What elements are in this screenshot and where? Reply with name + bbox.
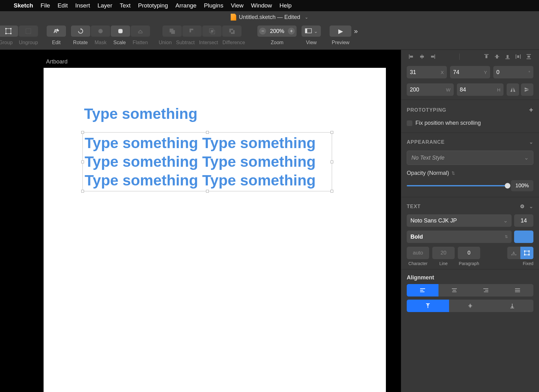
menu-text[interactable]: Text (120, 2, 131, 9)
zoom-in-button[interactable]: + (288, 28, 295, 35)
line-spacing-field[interactable]: 20 (432, 247, 455, 259)
svg-rect-35 (517, 55, 519, 58)
zoom-out-button[interactable]: − (259, 28, 266, 35)
distribute-h-icon[interactable] (513, 53, 523, 60)
distribute-v-icon[interactable] (524, 53, 533, 60)
font-family-select[interactable]: Noto Sans CJK JP ⌄ (407, 214, 512, 227)
text-settings-gear-icon[interactable]: ⚙ (520, 203, 525, 209)
font-size-field[interactable]: 14 (514, 214, 533, 227)
y-field[interactable]: Y (450, 66, 490, 78)
svg-rect-41 (525, 251, 529, 255)
menu-plugins[interactable]: Plugins (204, 2, 223, 9)
group-button[interactable] (0, 26, 18, 37)
text-style-select[interactable]: No Text Style ⌄ (407, 151, 533, 165)
align-top-icon[interactable] (482, 53, 491, 60)
scale-button[interactable] (111, 26, 130, 37)
menu-arrange[interactable]: Arrange (176, 2, 197, 9)
intersect-button[interactable] (202, 26, 222, 37)
text-section-chevron-icon[interactable]: ⌄ (529, 203, 533, 209)
union-label: Union (159, 40, 172, 45)
text-fixed-button[interactable] (520, 247, 533, 259)
selection-handle[interactable] (330, 161, 333, 163)
text-valign-bottom-button[interactable] (491, 300, 533, 312)
rotation-field[interactable]: ° (493, 66, 533, 78)
opacity-slider[interactable] (407, 185, 508, 186)
opacity-slider-thumb[interactable] (505, 183, 510, 189)
width-field[interactable]: W (407, 83, 454, 96)
menu-view[interactable]: View (231, 2, 244, 9)
menu-layer[interactable]: Layer (97, 2, 112, 9)
selection-handle[interactable] (330, 131, 333, 134)
svg-rect-20 (305, 29, 307, 33)
subtract-button[interactable] (182, 26, 202, 37)
align-middle-icon[interactable] (492, 53, 502, 60)
align-right-icon[interactable] (428, 53, 437, 60)
app-menu[interactable]: Sketch (14, 2, 33, 9)
menu-help[interactable]: Help (279, 2, 292, 9)
artboard[interactable]: Type something Type something Type somet… (44, 68, 386, 392)
align-left-icon[interactable] (407, 53, 416, 60)
opacity-stepper-icon[interactable]: ⇅ (452, 171, 455, 175)
selection-handle[interactable] (81, 161, 84, 163)
text-color-swatch[interactable] (514, 231, 533, 243)
text-auto-width-button[interactable]: A (507, 247, 520, 259)
selection-handle[interactable] (81, 131, 84, 134)
text-layer-2-content[interactable]: Type something Type something Type somet… (85, 134, 330, 190)
character-spacing-field[interactable]: auto (407, 247, 429, 259)
x-field[interactable]: X (407, 66, 447, 78)
flip-vertical-button[interactable] (521, 83, 533, 96)
menu-file[interactable]: File (40, 2, 50, 9)
chevron-down-icon[interactable]: ⌄ (305, 15, 308, 20)
rotate-button[interactable] (71, 26, 90, 37)
appearance-chevron-icon[interactable]: ⌄ (529, 139, 533, 145)
text-layer-1[interactable]: Type something (84, 105, 197, 122)
text-align-left-button[interactable] (407, 284, 438, 296)
difference-button[interactable] (222, 26, 241, 37)
selection-handle[interactable] (206, 190, 209, 193)
align-center-h-icon[interactable] (417, 53, 427, 60)
svg-rect-38 (527, 56, 530, 58)
toolbar-overflow-icon[interactable]: » (354, 27, 358, 35)
canvas[interactable]: Artboard Type something Type something T… (0, 50, 401, 392)
menu-prototyping[interactable]: Prototyping (138, 2, 168, 9)
text-layer-2-selected[interactable]: Type something Type something Type somet… (82, 132, 332, 191)
menu-insert[interactable]: Insert (75, 2, 90, 9)
mask-button[interactable] (91, 26, 110, 37)
paragraph-spacing-field[interactable]: 0 (458, 247, 480, 259)
svg-rect-4 (10, 33, 12, 34)
preview-button[interactable]: ▶ (330, 26, 351, 37)
text-valign-middle-button[interactable] (449, 300, 491, 312)
align-bottom-icon[interactable] (503, 53, 512, 60)
x-input[interactable] (410, 69, 425, 76)
height-input[interactable] (460, 86, 476, 93)
group-label: Group (0, 40, 13, 45)
edit-label: Edit (52, 40, 61, 45)
view-button[interactable]: ⌄ (302, 26, 321, 37)
font-weight-select[interactable]: Bold ⇅ (407, 231, 512, 243)
selection-handle[interactable] (81, 190, 84, 193)
height-field[interactable]: H (457, 83, 504, 96)
flip-horizontal-button[interactable] (507, 83, 519, 96)
rotation-input[interactable] (496, 69, 512, 76)
flatten-button[interactable] (131, 26, 150, 37)
ungroup-button[interactable] (19, 26, 38, 37)
artboard-label[interactable]: Artboard (46, 58, 68, 65)
edit-button[interactable]: A (47, 26, 66, 37)
fix-position-checkbox[interactable] (407, 120, 412, 126)
text-align-right-button[interactable] (470, 284, 502, 296)
text-align-center-button[interactable] (438, 284, 470, 296)
y-input[interactable] (453, 69, 469, 76)
zoom-value[interactable]: 200% (269, 28, 285, 35)
text-align-justify-button[interactable] (502, 284, 533, 296)
menu-edit[interactable]: Edit (58, 2, 68, 9)
menu-window[interactable]: Window (251, 2, 272, 9)
selection-handle[interactable] (330, 190, 333, 193)
svg-rect-3 (5, 33, 7, 34)
selection-handle[interactable] (206, 131, 209, 134)
add-prototype-icon[interactable]: + (529, 106, 533, 114)
union-button[interactable] (162, 26, 182, 37)
svg-rect-22 (410, 56, 413, 58)
opacity-value[interactable]: 100% (511, 180, 533, 191)
text-valign-top-button[interactable] (407, 300, 449, 312)
width-input[interactable] (410, 86, 425, 93)
